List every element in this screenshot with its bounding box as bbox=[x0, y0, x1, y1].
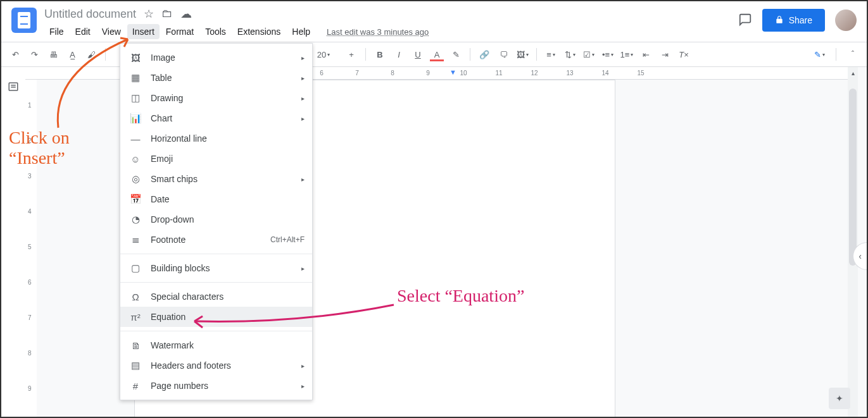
share-label: Share bbox=[789, 15, 812, 25]
menu-help[interactable]: Help bbox=[287, 24, 315, 39]
footnote-icon: ≣ bbox=[129, 233, 142, 246]
insert-image[interactable]: 🖼 Image ▸ bbox=[120, 47, 312, 68]
table-icon: ▦ bbox=[129, 71, 142, 84]
ruler-tick: 10 bbox=[460, 70, 467, 77]
checklist-icon[interactable]: ☑ bbox=[580, 46, 598, 63]
ruler-tick: 14 bbox=[601, 70, 608, 77]
insert-watermark-label: Watermark bbox=[151, 340, 194, 350]
menu-view[interactable]: View bbox=[97, 24, 126, 39]
insert-date[interactable]: 📅 Date bbox=[120, 189, 312, 209]
editing-mode-icon[interactable]: ✎ bbox=[810, 46, 828, 63]
text-color-icon[interactable]: A bbox=[428, 46, 446, 63]
line-spacing-icon[interactable]: ⇅ bbox=[561, 46, 579, 63]
ruler-tick: 6 bbox=[320, 70, 324, 77]
link-icon[interactable]: 🔗 bbox=[475, 46, 493, 63]
scroll-thumb[interactable] bbox=[849, 89, 857, 266]
insert-building-blocks[interactable]: ▢ Building blocks ▸ bbox=[120, 258, 312, 278]
explore-button[interactable]: ✦ bbox=[829, 388, 850, 409]
insert-headers-footers[interactable]: ▤ Headers and footers ▸ bbox=[120, 355, 312, 376]
numbered-list-icon[interactable]: 1≡ bbox=[618, 46, 636, 63]
insert-footnote[interactable]: ≣ Footnote Ctrl+Alt+F bbox=[120, 230, 312, 250]
insert-watermark[interactable]: 🗎 Watermark bbox=[120, 335, 312, 355]
insert-special-chars-label: Special characters bbox=[151, 292, 223, 302]
outline-icon[interactable] bbox=[8, 81, 19, 417]
omega-icon: Ω bbox=[129, 290, 142, 303]
italic-icon[interactable]: I bbox=[390, 46, 408, 63]
menu-bar: File Edit View Insert Format Tools Exten… bbox=[44, 24, 429, 39]
ruler-vtick: 7 bbox=[28, 314, 32, 321]
comments-icon[interactable] bbox=[738, 13, 752, 28]
insert-chart[interactable]: 📊 Chart ▸ bbox=[120, 108, 312, 128]
bullet-list-icon[interactable]: •≡ bbox=[599, 46, 617, 63]
share-button[interactable]: Share bbox=[762, 9, 825, 32]
user-avatar[interactable] bbox=[835, 9, 857, 31]
insert-special-characters[interactable]: Ω Special characters bbox=[120, 286, 312, 307]
font-size-plus[interactable]: + bbox=[343, 46, 360, 63]
bold-icon[interactable]: B bbox=[371, 46, 389, 63]
page-numbers-icon: # bbox=[129, 379, 142, 392]
footnote-shortcut: Ctrl+Alt+F bbox=[270, 235, 305, 244]
insert-dropdown-item[interactable]: ◔ Drop-down bbox=[120, 209, 312, 230]
insert-dropdown: 🖼 Image ▸ ▦ Table ▸ ◫ Drawing ▸ 📊 Chart … bbox=[120, 43, 313, 400]
menu-insert[interactable]: Insert bbox=[127, 24, 160, 39]
insert-drawing[interactable]: ◫ Drawing ▸ bbox=[120, 88, 312, 108]
comment-icon[interactable]: 🗨 bbox=[494, 46, 512, 63]
insert-equation-label: Equation bbox=[151, 312, 186, 322]
ruler-tick: 8 bbox=[391, 70, 394, 77]
star-icon[interactable]: ☆ bbox=[144, 7, 154, 21]
image-insert-icon[interactable]: 🖼 bbox=[513, 46, 531, 63]
submenu-arrow-icon: ▸ bbox=[301, 75, 305, 82]
highlight-icon[interactable]: ✎ bbox=[447, 46, 465, 63]
emoji-icon: ☺ bbox=[129, 152, 142, 165]
ruler-tick: 9 bbox=[426, 70, 430, 77]
menu-edit[interactable]: Edit bbox=[70, 24, 96, 39]
insert-hr-label: Horizontal line bbox=[151, 133, 207, 144]
insert-footnote-label: Footnote bbox=[151, 235, 186, 245]
clear-format-icon[interactable]: T× bbox=[675, 46, 693, 63]
insert-page-numbers[interactable]: # Page numbers ▸ bbox=[120, 376, 312, 396]
menu-file[interactable]: File bbox=[44, 24, 69, 39]
date-icon: 📅 bbox=[129, 193, 142, 206]
ruler-vtick: 2 bbox=[28, 137, 32, 144]
submenu-arrow-icon: ▸ bbox=[301, 54, 305, 61]
insert-image-label: Image bbox=[151, 52, 175, 63]
scroll-up-icon[interactable]: ▴ bbox=[849, 68, 857, 77]
menu-format[interactable]: Format bbox=[161, 24, 199, 39]
insert-horizontal-line[interactable]: — Horizontal line bbox=[120, 128, 312, 149]
indent-increase-icon[interactable]: ⇥ bbox=[656, 46, 674, 63]
redo-icon[interactable]: ↷ bbox=[25, 46, 43, 63]
submenu-arrow-icon: ▸ bbox=[301, 362, 305, 369]
ruler-tick: 12 bbox=[531, 70, 538, 77]
undo-icon[interactable]: ↶ bbox=[6, 46, 24, 63]
menu-extensions[interactable]: Extensions bbox=[232, 24, 286, 39]
menu-tools[interactable]: Tools bbox=[200, 24, 231, 39]
insert-table[interactable]: ▦ Table ▸ bbox=[120, 68, 312, 88]
ruler-tick: 7 bbox=[355, 70, 359, 77]
docs-logo-icon[interactable] bbox=[11, 8, 37, 33]
smart-chips-icon: ◎ bbox=[129, 173, 142, 185]
indent-decrease-icon[interactable]: ⇤ bbox=[637, 46, 655, 63]
insert-smart-chips[interactable]: ◎ Smart chips ▸ bbox=[120, 169, 312, 189]
scrollbar-vertical[interactable]: ▴ bbox=[848, 67, 858, 417]
ruler-vtick: 6 bbox=[28, 279, 32, 286]
insert-equation[interactable]: π² Equation bbox=[120, 307, 312, 327]
insert-emoji[interactable]: ☺ Emoji bbox=[120, 149, 312, 169]
insert-dropdown-label: Drop-down bbox=[151, 214, 194, 224]
spellcheck-icon[interactable]: A̲ bbox=[63, 46, 81, 63]
document-title[interactable]: Untitled document bbox=[44, 8, 136, 21]
move-icon[interactable]: 🗀 bbox=[161, 7, 173, 21]
submenu-arrow-icon: ▸ bbox=[301, 95, 305, 102]
ruler-vtick: 5 bbox=[28, 243, 32, 250]
align-icon[interactable]: ≡ bbox=[542, 46, 560, 63]
cloud-status-icon[interactable]: ☁ bbox=[180, 7, 192, 21]
ruler-tick: 11 bbox=[495, 70, 502, 77]
ruler-vertical[interactable]: 12345678910 bbox=[25, 80, 37, 417]
paint-format-icon[interactable]: 🖌 bbox=[82, 46, 100, 63]
collapse-toolbar-icon[interactable]: ˆ bbox=[844, 46, 862, 63]
last-edit-link[interactable]: Last edit was 3 minutes ago bbox=[327, 27, 429, 37]
underline-icon[interactable]: U bbox=[409, 46, 427, 63]
ruler-vtick: 8 bbox=[28, 350, 32, 357]
ruler-tick: 13 bbox=[566, 70, 573, 77]
insert-page-numbers-label: Page numbers bbox=[151, 381, 208, 391]
print-icon[interactable]: 🖶 bbox=[44, 46, 62, 63]
